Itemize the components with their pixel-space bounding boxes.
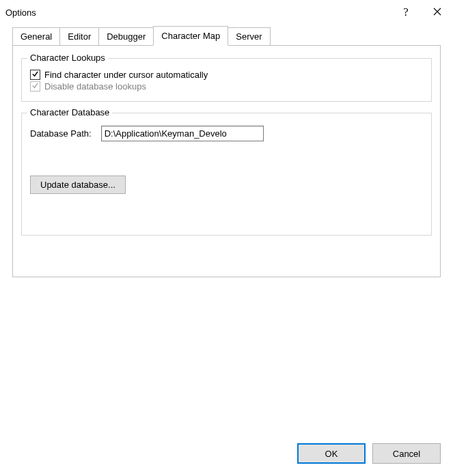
check-icon xyxy=(31,70,39,80)
tab-character-map[interactable]: Character Map xyxy=(153,26,228,46)
check-icon xyxy=(31,81,39,92)
help-button[interactable]: ? xyxy=(390,0,422,25)
dialog-footer: OK Cancel xyxy=(0,436,453,476)
close-button[interactable] xyxy=(422,0,453,25)
database-path-label: Database Path: xyxy=(30,128,92,139)
window-title: Options xyxy=(5,8,390,18)
content-area: General Editor Debugger Character Map Se… xyxy=(0,25,453,436)
checkbox-label: Disable database lookups xyxy=(44,81,146,92)
tab-debugger[interactable]: Debugger xyxy=(98,27,154,46)
tab-panel-character-map: Character Lookups Find character under c… xyxy=(12,45,441,277)
cancel-button[interactable]: Cancel xyxy=(372,443,441,464)
tab-general[interactable]: General xyxy=(12,27,60,46)
groupbox-legend: Character Database xyxy=(27,107,112,117)
ok-button[interactable]: OK xyxy=(297,443,366,464)
tab-editor[interactable]: Editor xyxy=(59,27,99,46)
options-dialog: Options ? General Editor Debugger Charac… xyxy=(0,0,453,476)
close-icon xyxy=(433,7,441,18)
checkbox-disable-db xyxy=(30,81,40,92)
checkbox-row-disable-db: Disable database lookups xyxy=(30,81,423,92)
groupbox-character-database: Character Database Database Path: Update… xyxy=(21,113,432,236)
database-path-input[interactable] xyxy=(101,126,264,141)
checkbox-label: Find character under cursor automaticall… xyxy=(44,70,208,80)
checkbox-find-auto[interactable] xyxy=(30,70,40,80)
database-path-row: Database Path: xyxy=(30,126,423,141)
tab-server[interactable]: Server xyxy=(228,27,270,46)
checkbox-row-find-auto: Find character under cursor automaticall… xyxy=(30,70,423,80)
titlebar: Options ? xyxy=(0,0,453,25)
groupbox-legend: Character Lookups xyxy=(27,53,108,63)
help-icon: ? xyxy=(403,6,408,18)
tabstrip: General Editor Debugger Character Map Se… xyxy=(12,27,441,46)
update-database-button[interactable]: Update database... xyxy=(30,176,126,194)
groupbox-character-lookups: Character Lookups Find character under c… xyxy=(21,58,432,102)
